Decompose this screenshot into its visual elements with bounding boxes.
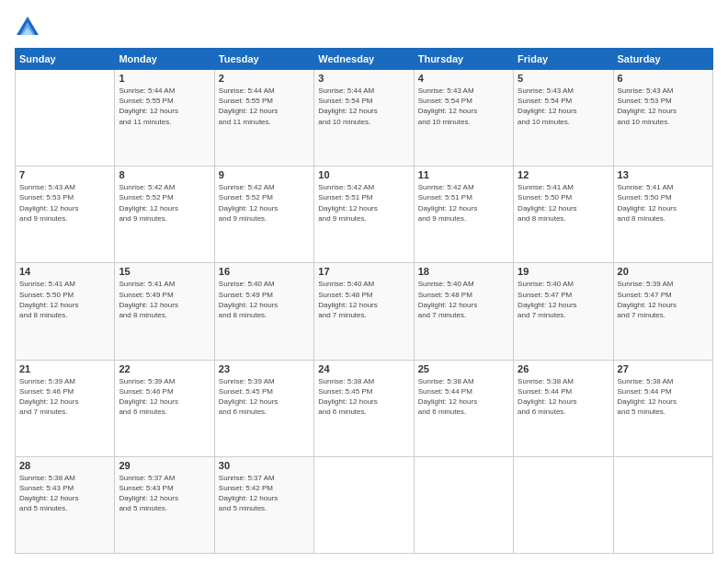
day-number: 6 [618,73,709,84]
day-number: 5 [518,73,609,84]
day-info: Sunrise: 5:44 AM Sunset: 5:55 PM Dayligh… [119,86,210,127]
day-info: Sunrise: 5:42 AM Sunset: 5:51 PM Dayligh… [318,182,409,224]
day-number: 7 [19,169,110,180]
day-info: Sunrise: 5:41 AM Sunset: 5:50 PM Dayligh… [518,182,609,224]
day-cell: 14Sunrise: 5:41 AM Sunset: 5:50 PM Dayli… [16,263,115,360]
weekday-header-friday: Friday [514,49,613,70]
day-number: 19 [518,266,609,277]
week-row-4: 21Sunrise: 5:39 AM Sunset: 5:46 PM Dayli… [16,360,713,456]
day-cell: 1Sunrise: 5:44 AM Sunset: 5:55 PM Daylig… [115,70,214,167]
weekday-header-thursday: Thursday [414,49,513,70]
day-number: 2 [219,73,310,84]
day-info: Sunrise: 5:43 AM Sunset: 5:53 PM Dayligh… [618,86,709,127]
day-number: 18 [418,266,509,277]
day-cell: 3Sunrise: 5:44 AM Sunset: 5:54 PM Daylig… [314,70,414,167]
day-number: 24 [318,363,409,374]
day-number: 16 [219,266,310,277]
day-info: Sunrise: 5:40 AM Sunset: 5:48 PM Dayligh… [318,279,409,320]
day-cell: 28Sunrise: 5:38 AM Sunset: 5:43 PM Dayli… [16,456,115,553]
day-number: 26 [518,363,609,374]
day-cell: 22Sunrise: 5:39 AM Sunset: 5:46 PM Dayli… [115,360,214,456]
day-info: Sunrise: 5:38 AM Sunset: 5:45 PM Dayligh… [318,376,409,418]
day-cell: 7Sunrise: 5:43 AM Sunset: 5:53 PM Daylig… [16,167,115,263]
day-info: Sunrise: 5:38 AM Sunset: 5:44 PM Dayligh… [418,376,509,418]
day-cell: 9Sunrise: 5:42 AM Sunset: 5:52 PM Daylig… [214,167,313,263]
day-number: 23 [219,363,310,374]
day-cell: 4Sunrise: 5:43 AM Sunset: 5:54 PM Daylig… [414,70,513,167]
weekday-header-saturday: Saturday [613,49,712,70]
day-number: 17 [318,266,409,277]
week-row-2: 7Sunrise: 5:43 AM Sunset: 5:53 PM Daylig… [16,167,713,263]
day-number: 11 [418,169,509,180]
day-info: Sunrise: 5:38 AM Sunset: 5:44 PM Dayligh… [518,376,609,418]
day-cell: 12Sunrise: 5:41 AM Sunset: 5:50 PM Dayli… [514,167,613,263]
day-cell: 20Sunrise: 5:39 AM Sunset: 5:47 PM Dayli… [613,263,712,360]
day-cell: 21Sunrise: 5:39 AM Sunset: 5:46 PM Dayli… [16,360,115,456]
day-cell: 15Sunrise: 5:41 AM Sunset: 5:49 PM Dayli… [115,263,214,360]
day-cell: 23Sunrise: 5:39 AM Sunset: 5:45 PM Dayli… [214,360,313,456]
day-info: Sunrise: 5:44 AM Sunset: 5:54 PM Dayligh… [318,86,409,127]
day-cell: 10Sunrise: 5:42 AM Sunset: 5:51 PM Dayli… [314,167,414,263]
day-cell: 5Sunrise: 5:43 AM Sunset: 5:54 PM Daylig… [514,70,613,167]
day-number: 13 [618,169,709,180]
day-cell: 19Sunrise: 5:40 AM Sunset: 5:47 PM Dayli… [514,263,613,360]
day-cell: 30Sunrise: 5:37 AM Sunset: 5:42 PM Dayli… [214,456,313,553]
weekday-header-sunday: Sunday [16,49,115,70]
day-cell [314,456,414,553]
day-number: 30 [219,460,310,471]
day-cell: 13Sunrise: 5:41 AM Sunset: 5:50 PM Dayli… [613,167,712,263]
week-row-5: 28Sunrise: 5:38 AM Sunset: 5:43 PM Dayli… [16,456,713,553]
day-info: Sunrise: 5:44 AM Sunset: 5:55 PM Dayligh… [219,86,310,127]
day-number: 21 [19,363,110,374]
day-number: 4 [418,73,509,84]
day-number: 20 [618,266,709,277]
weekday-header-monday: Monday [115,49,214,70]
day-info: Sunrise: 5:39 AM Sunset: 5:47 PM Dayligh… [618,279,709,320]
day-info: Sunrise: 5:42 AM Sunset: 5:51 PM Dayligh… [418,182,509,224]
day-number: 10 [318,169,409,180]
day-number: 14 [19,266,110,277]
day-cell: 11Sunrise: 5:42 AM Sunset: 5:51 PM Dayli… [414,167,513,263]
day-number: 22 [119,363,210,374]
weekday-header-wednesday: Wednesday [314,49,414,70]
day-cell: 29Sunrise: 5:37 AM Sunset: 5:43 PM Dayli… [115,456,214,553]
day-info: Sunrise: 5:43 AM Sunset: 5:53 PM Dayligh… [19,182,110,224]
day-number: 15 [119,266,210,277]
day-number: 29 [119,460,210,471]
day-info: Sunrise: 5:38 AM Sunset: 5:44 PM Dayligh… [618,376,709,418]
day-info: Sunrise: 5:39 AM Sunset: 5:46 PM Dayligh… [119,376,210,418]
day-number: 12 [518,169,609,180]
day-cell: 6Sunrise: 5:43 AM Sunset: 5:53 PM Daylig… [613,70,712,167]
day-info: Sunrise: 5:43 AM Sunset: 5:54 PM Dayligh… [518,86,609,127]
day-number: 3 [318,73,409,84]
day-cell: 26Sunrise: 5:38 AM Sunset: 5:44 PM Dayli… [514,360,613,456]
day-cell: 27Sunrise: 5:38 AM Sunset: 5:44 PM Dayli… [613,360,712,456]
day-info: Sunrise: 5:39 AM Sunset: 5:45 PM Dayligh… [219,376,310,418]
day-cell [613,456,712,553]
calendar-page: SundayMondayTuesdayWednesdayThursdayFrid… [0,0,728,563]
day-info: Sunrise: 5:43 AM Sunset: 5:54 PM Dayligh… [418,86,509,127]
day-number: 1 [119,73,210,84]
weekday-header-row: SundayMondayTuesdayWednesdayThursdayFrid… [16,49,713,70]
header [15,15,713,40]
day-number: 28 [19,460,110,471]
day-info: Sunrise: 5:40 AM Sunset: 5:48 PM Dayligh… [418,279,509,320]
weekday-header-tuesday: Tuesday [214,49,313,70]
calendar-table: SundayMondayTuesdayWednesdayThursdayFrid… [15,48,713,554]
day-cell: 24Sunrise: 5:38 AM Sunset: 5:45 PM Dayli… [314,360,414,456]
day-cell [414,456,513,553]
day-number: 27 [618,363,709,374]
day-info: Sunrise: 5:40 AM Sunset: 5:49 PM Dayligh… [219,279,310,320]
day-info: Sunrise: 5:42 AM Sunset: 5:52 PM Dayligh… [119,182,210,224]
day-info: Sunrise: 5:40 AM Sunset: 5:47 PM Dayligh… [518,279,609,320]
day-info: Sunrise: 5:42 AM Sunset: 5:52 PM Dayligh… [219,182,310,224]
day-info: Sunrise: 5:37 AM Sunset: 5:43 PM Dayligh… [119,473,210,514]
week-row-1: 1Sunrise: 5:44 AM Sunset: 5:55 PM Daylig… [16,70,713,167]
day-info: Sunrise: 5:41 AM Sunset: 5:49 PM Dayligh… [119,279,210,320]
day-cell: 8Sunrise: 5:42 AM Sunset: 5:52 PM Daylig… [115,167,214,263]
logo-icon [15,15,40,40]
day-cell [16,70,115,167]
day-cell: 17Sunrise: 5:40 AM Sunset: 5:48 PM Dayli… [314,263,414,360]
day-info: Sunrise: 5:41 AM Sunset: 5:50 PM Dayligh… [19,279,110,320]
day-cell: 16Sunrise: 5:40 AM Sunset: 5:49 PM Dayli… [214,263,313,360]
